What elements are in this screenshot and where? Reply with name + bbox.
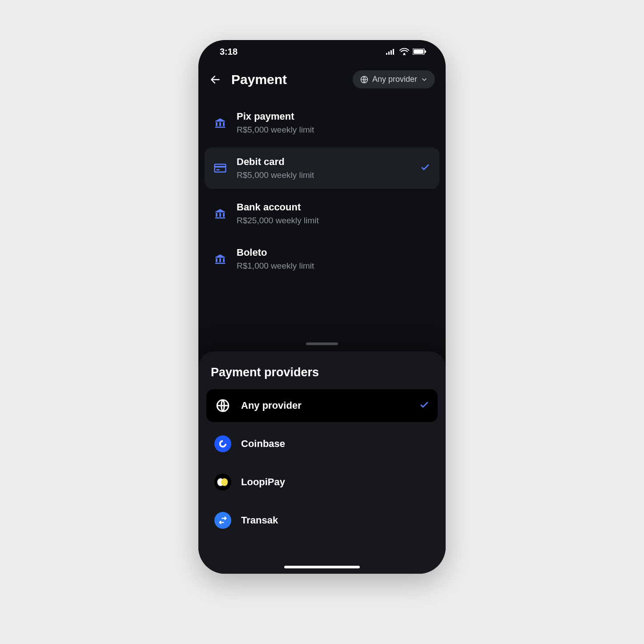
transak-icon	[214, 512, 231, 529]
page-title: Payment	[231, 72, 343, 87]
provider-list: Any providerCoinbaseLoopiPayTransak	[206, 389, 438, 537]
svg-rect-9	[216, 122, 217, 126]
header: Payment Any provider	[198, 63, 446, 97]
chevron-down-icon	[421, 76, 428, 83]
coinbase-icon	[214, 435, 231, 452]
svg-rect-16	[216, 213, 217, 217]
method-label: Pix payment	[237, 111, 431, 122]
svg-rect-22	[223, 258, 225, 262]
method-text: Bank accountR$25,000 weekly limit	[237, 201, 431, 225]
provider-label: Any provider	[241, 400, 409, 411]
svg-rect-1	[388, 52, 390, 55]
wifi-icon	[399, 48, 409, 55]
method-text: Pix paymentR$5,000 weekly limit	[237, 111, 431, 135]
svg-point-4	[403, 53, 405, 55]
svg-rect-19	[215, 217, 225, 219]
svg-rect-17	[219, 213, 221, 217]
method-label: Debit card	[237, 156, 410, 168]
method-sublabel: R$25,000 weekly limit	[237, 216, 431, 225]
payment-method-list: Pix paymentR$5,000 weekly limitDebit car…	[198, 97, 446, 280]
provider-item[interactable]: LoopiPay	[206, 466, 438, 499]
svg-rect-14	[215, 166, 226, 168]
svg-rect-20	[216, 258, 217, 262]
status-indicators	[386, 48, 426, 55]
provider-sheet: Payment providers Any providerCoinbaseLo…	[198, 351, 446, 574]
provider-filter-label: Any provider	[372, 75, 417, 84]
card-icon	[213, 161, 227, 175]
phone-frame: 3:18 Payment Any provider Pix paymentR$5…	[198, 40, 446, 574]
provider-label: Coinbase	[241, 438, 430, 450]
svg-rect-21	[219, 258, 221, 262]
method-text: BoletoR$1,000 weekly limit	[237, 247, 431, 271]
svg-rect-6	[414, 49, 423, 54]
method-sublabel: R$5,000 weekly limit	[237, 125, 431, 135]
provider-item[interactable]: Any provider	[206, 389, 438, 422]
svg-rect-13	[215, 164, 226, 172]
back-button[interactable]	[209, 73, 221, 86]
check-icon	[419, 399, 430, 412]
provider-label: Transak	[241, 515, 430, 526]
status-bar: 3:18	[198, 40, 446, 63]
svg-rect-11	[223, 122, 225, 126]
globe-icon	[360, 75, 369, 84]
globe-icon	[214, 397, 231, 414]
svg-rect-10	[219, 122, 221, 126]
home-indicator[interactable]	[284, 566, 360, 568]
check-icon	[420, 162, 431, 174]
status-time: 3:18	[220, 47, 237, 57]
svg-point-26	[221, 478, 228, 486]
cellular-icon	[386, 48, 396, 55]
svg-rect-15	[216, 169, 220, 171]
sheet-handle[interactable]	[198, 342, 446, 345]
sheet-title: Payment providers	[206, 361, 438, 389]
payment-method-item[interactable]: Bank accountR$25,000 weekly limit	[205, 193, 439, 234]
payment-method-item[interactable]: Pix paymentR$5,000 weekly limit	[205, 102, 439, 144]
payment-method-item[interactable]: BoletoR$1,000 weekly limit	[205, 238, 439, 280]
provider-item[interactable]: Coinbase	[206, 427, 438, 460]
bank-icon	[213, 116, 227, 129]
method-text: Debit cardR$5,000 weekly limit	[237, 156, 410, 180]
payment-method-item[interactable]: Debit cardR$5,000 weekly limit	[205, 147, 439, 189]
bank-icon	[213, 207, 227, 220]
svg-rect-2	[390, 50, 392, 55]
method-label: Boleto	[237, 247, 431, 258]
provider-filter-chip[interactable]: Any provider	[353, 70, 435, 89]
svg-rect-12	[215, 127, 225, 128]
svg-rect-3	[393, 49, 394, 55]
loopipay-icon	[214, 474, 231, 491]
provider-label: LoopiPay	[241, 476, 430, 488]
bank-icon	[213, 252, 227, 266]
svg-rect-23	[215, 263, 225, 264]
method-label: Bank account	[237, 201, 431, 213]
svg-rect-7	[425, 50, 426, 53]
method-sublabel: R$5,000 weekly limit	[237, 170, 410, 180]
provider-item[interactable]: Transak	[206, 504, 438, 537]
svg-rect-18	[223, 213, 225, 217]
svg-rect-0	[386, 53, 387, 55]
method-sublabel: R$1,000 weekly limit	[237, 261, 431, 271]
battery-icon	[413, 48, 426, 55]
arrow-left-icon	[209, 74, 221, 85]
